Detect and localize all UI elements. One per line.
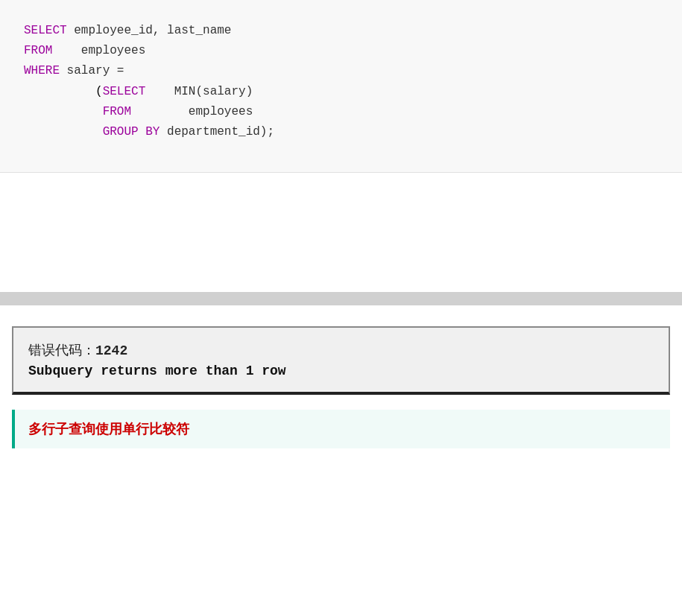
hint-box: 多行子查询使用单行比较符 — [12, 410, 670, 448]
error-code-line: 错误代码：1242 — [28, 341, 654, 359]
error-number: 1242 — [95, 343, 127, 358]
error-message: Subquery returns more than 1 row — [28, 363, 654, 378]
hint-text: 多行子查询使用单行比较符 — [28, 422, 189, 436]
middle-space — [0, 173, 682, 292]
keyword-select2: SELECT — [103, 85, 146, 98]
white-gap2 — [0, 395, 682, 410]
keyword-groupby: GROUP BY — [103, 125, 160, 139]
from-table1: employees — [52, 44, 145, 57]
error-box: 错误代码：1242 Subquery returns more than 1 r… — [12, 326, 670, 395]
keyword-select1: SELECT — [24, 24, 67, 37]
keyword-where: WHERE — [24, 64, 60, 77]
code-block: SELECT employee_id, last_name FROM emplo… — [0, 0, 682, 173]
keyword-from2: FROM — [103, 105, 131, 118]
sql-code: SELECT employee_id, last_name FROM emplo… — [24, 21, 658, 142]
keyword-from1: FROM — [24, 44, 52, 57]
white-gap — [0, 305, 682, 326]
select-columns: employee_id, last_name — [67, 24, 232, 37]
subquery-select: MIN(salary) — [145, 85, 253, 98]
where-condition: salary = — [60, 64, 124, 77]
error-label: 错误代码： — [28, 343, 95, 358]
subquery-groupby: department_id); — [160, 125, 274, 139]
subquery-from: employees — [131, 105, 253, 118]
section-divider — [0, 292, 682, 305]
